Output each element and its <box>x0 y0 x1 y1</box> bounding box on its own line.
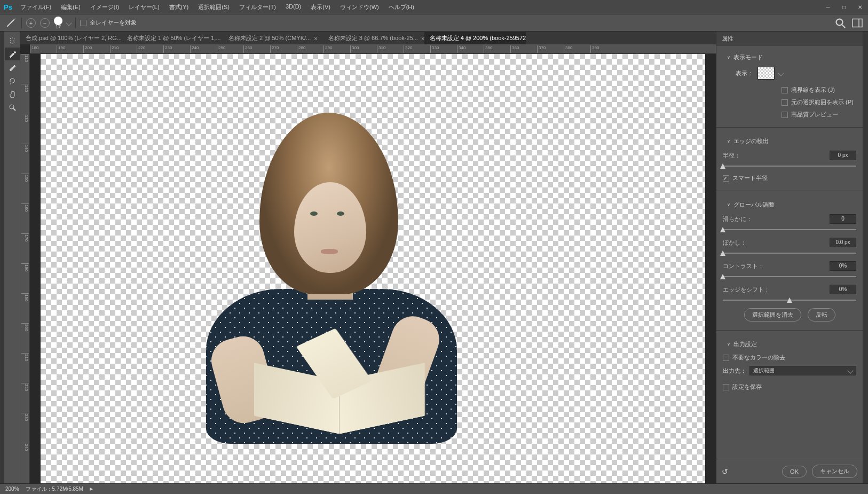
app-logo: Ps <box>0 0 16 14</box>
toolbar <box>4 32 20 483</box>
invert-button[interactable]: 反転 <box>808 308 835 322</box>
show-original-checkbox[interactable]: 元の選択範囲を表示 (P) <box>782 96 856 108</box>
ok-button[interactable]: OK <box>782 466 807 477</box>
zoom-level[interactable]: 200% <box>5 486 19 492</box>
radius-label: 半径： <box>723 152 826 160</box>
menu-item[interactable]: 選択範囲(S) <box>194 1 234 13</box>
contrast-label: コントラスト： <box>723 262 826 270</box>
close-tab-icon[interactable]: × <box>314 35 317 42</box>
smooth-value[interactable]: 0 <box>830 214 856 224</box>
shift-value[interactable]: 0% <box>830 285 856 294</box>
maximize-button[interactable]: □ <box>836 2 852 12</box>
feather-label: ぼかし： <box>723 239 826 247</box>
contrast-slider[interactable] <box>723 276 856 277</box>
section-view-mode[interactable]: ∨表示モード <box>723 50 856 65</box>
view-dropdown-icon[interactable] <box>778 70 784 76</box>
document-tabs: 合成.psd @ 100% (レイヤー 2, RG...×名称未設定 1 @ 5… <box>20 32 716 44</box>
window-controls: ─ □ ✕ <box>820 2 868 12</box>
brush-preview[interactable]: 17 <box>54 17 62 29</box>
document-tab[interactable]: 合成.psd @ 100% (レイヤー 2, RG...× <box>20 32 122 44</box>
remember-settings-checkbox[interactable]: 設定を保存 <box>723 381 856 393</box>
menu-item[interactable]: ウィンドウ(W) <box>336 1 383 13</box>
left-collapsed-strip[interactable] <box>0 32 4 483</box>
refine-brush-tool[interactable] <box>5 48 20 60</box>
tool-preset-icon[interactable] <box>4 17 17 29</box>
brush-dropdown-icon[interactable] <box>66 20 72 26</box>
shift-label: エッジをシフト： <box>723 286 826 294</box>
section-edge-detection[interactable]: ∨エッジの検出 <box>723 134 856 148</box>
file-size: ファイル：5.72M/5.85M <box>26 485 83 493</box>
smart-radius-checkbox[interactable]: スマート半径 <box>723 172 856 184</box>
menu-bar: ファイル(F)編集(E)イメージ(I)レイヤー(L)書式(Y)選択範囲(S)フィ… <box>16 1 419 13</box>
search-icon[interactable] <box>834 17 847 29</box>
high-quality-checkbox[interactable]: 高品質プレビュー <box>782 108 856 121</box>
titlebar: Ps ファイル(F)編集(E)イメージ(I)レイヤー(L)書式(Y)選択範囲(S… <box>0 0 868 14</box>
svg-line-1 <box>842 25 845 28</box>
close-button[interactable]: ✕ <box>852 2 868 12</box>
menu-item[interactable]: レイヤー(L) <box>124 1 163 13</box>
menu-item[interactable]: 表示(V) <box>306 1 335 13</box>
smooth-label: 滑らかに： <box>723 215 826 223</box>
document-tab[interactable]: 名称未設定 4 @ 200% (book-2595728_1920, CMYK/… <box>424 32 526 44</box>
decontaminate-checkbox[interactable]: 不要なカラーの除去 <box>723 351 856 364</box>
document-tab[interactable]: 名称未設定 2 @ 50% (CMYK/...× <box>223 32 323 44</box>
menu-item[interactable]: ファイル(F) <box>16 1 56 13</box>
svg-line-5 <box>13 108 15 111</box>
output-dest-select[interactable]: 選択範囲 <box>749 366 856 375</box>
status-bar: 200% ファイル：5.72M/5.85M ▶ <box>0 483 868 494</box>
svg-rect-2 <box>853 19 862 27</box>
options-bar: + − 17 全レイヤーを対象 <box>0 14 868 32</box>
clear-selection-button[interactable]: 選択範囲を消去 <box>744 308 801 322</box>
lasso-tool[interactable] <box>5 74 20 87</box>
menu-item[interactable]: 書式(Y) <box>165 1 193 13</box>
image-subject <box>174 113 484 444</box>
smooth-slider[interactable] <box>723 229 856 230</box>
subtract-mode-button[interactable]: − <box>40 18 50 28</box>
svg-point-4 <box>10 105 14 109</box>
properties-panel: 属性 ∨表示モード 表示： 境界線を表示 (J) 元の選択範囲を表示 (P) 高… <box>716 32 863 483</box>
quick-select-tool[interactable] <box>5 34 20 47</box>
show-edge-checkbox[interactable]: 境界線を表示 (J) <box>782 84 856 96</box>
ruler-horizontal: 1801902002102202302402502602702802903003… <box>30 44 716 54</box>
section-global-refine[interactable]: ∨グローバル調整 <box>723 198 856 212</box>
menu-item[interactable]: 3D(D) <box>281 1 305 13</box>
menu-item[interactable]: イメージ(I) <box>86 1 123 13</box>
main-area: 合成.psd @ 100% (レイヤー 2, RG...×名称未設定 1 @ 5… <box>0 32 868 483</box>
menu-item[interactable]: フィルター(T) <box>235 1 280 13</box>
svg-point-0 <box>837 19 843 25</box>
canvas-viewport[interactable] <box>30 54 716 483</box>
workspace-icon[interactable] <box>851 17 864 29</box>
reset-icon[interactable]: ↺ <box>722 467 728 476</box>
right-collapsed-strip[interactable] <box>863 32 868 483</box>
menu-item[interactable]: ヘルプ(H) <box>384 1 419 13</box>
panel-title: 属性 <box>716 32 863 46</box>
document-tab[interactable]: 名称未設定 1 @ 50% (レイヤー 1,...× <box>122 32 223 44</box>
add-mode-button[interactable]: + <box>26 18 36 28</box>
radius-slider[interactable] <box>723 166 856 167</box>
menu-item[interactable]: 編集(E) <box>57 1 85 13</box>
document-tab[interactable]: 名称未設定 3 @ 66.7% (book-25...× <box>323 32 424 44</box>
ruler-vertical: 1101201301401501601701801902002102202302… <box>20 54 30 483</box>
view-label: 表示： <box>736 69 753 77</box>
document-area: 合成.psd @ 100% (レイヤー 2, RG...×名称未設定 1 @ 5… <box>20 32 716 483</box>
all-layers-checkbox[interactable]: 全レイヤーを対象 <box>80 17 137 29</box>
output-dest-label: 出力先： <box>723 367 746 375</box>
canvas <box>41 54 705 483</box>
feather-value[interactable]: 0.0 px <box>830 238 856 247</box>
feather-slider[interactable] <box>723 253 856 254</box>
zoom-tool[interactable] <box>5 101 20 114</box>
contrast-value[interactable]: 0% <box>830 261 856 271</box>
view-thumbnail[interactable] <box>757 67 775 80</box>
hand-tool[interactable] <box>5 88 20 100</box>
brush-tool[interactable] <box>5 61 20 74</box>
radius-value[interactable]: 0 px <box>830 151 856 160</box>
cancel-button[interactable]: キャンセル <box>812 465 857 478</box>
minimize-button[interactable]: ─ <box>820 2 836 12</box>
shift-slider[interactable] <box>723 300 856 301</box>
section-output[interactable]: ∨出力設定 <box>723 337 856 351</box>
